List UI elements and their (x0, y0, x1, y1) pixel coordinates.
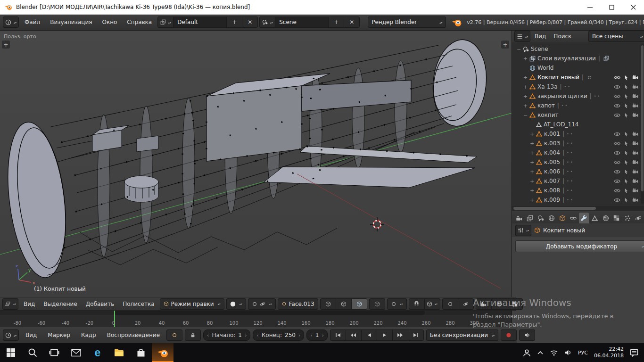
viewport-render-options-button[interactable] (507, 298, 523, 310)
renderability-camera-icon[interactable] (632, 103, 638, 108)
browse-scenes-button[interactable]: ▴▾ (259, 16, 275, 28)
blender-taskbar-icon[interactable] (152, 343, 173, 362)
expand-toggle[interactable]: + (529, 188, 535, 194)
clock[interactable]: 22:42 06.04.2018 (594, 346, 624, 359)
preview-range-toggle[interactable] (166, 329, 182, 341)
tab-constraints[interactable] (568, 213, 578, 223)
add-modifier-button[interactable]: Добавить модификатор ▴▾ (515, 240, 644, 252)
properties-shelf-toggle[interactable]: + (501, 41, 509, 49)
properties-editor-type-button[interactable]: ▴▾ (515, 225, 531, 236)
tl-menu-playback[interactable]: Воспроизведение (103, 332, 164, 338)
selectability-cursor-icon[interactable] (624, 113, 629, 118)
outliner-item-k007[interactable]: + к.007 |•• (512, 176, 644, 186)
renderability-camera-icon[interactable] (632, 160, 638, 165)
outliner-editor-type-button[interactable]: ▴▾ (514, 31, 530, 42)
search-button[interactable] (22, 343, 43, 362)
outliner-item-ha13a[interactable]: + Ха-13а |•• (512, 82, 644, 91)
add-layout-button[interactable]: + (226, 16, 242, 28)
expand-toggle[interactable]: + (529, 159, 535, 165)
outliner-item-k008[interactable]: + к.008 |•• (512, 186, 644, 195)
edge-select-button[interactable] (336, 298, 352, 310)
renderability-camera-icon[interactable] (632, 188, 638, 193)
delete-layout-button[interactable]: ✕ (242, 16, 258, 28)
scrollbar-thumb[interactable] (513, 207, 596, 210)
selectability-cursor-icon[interactable] (624, 179, 629, 184)
renderability-camera-icon[interactable] (632, 179, 638, 183)
end-frame-field[interactable]: ‹ Конец: 250 › (253, 329, 304, 341)
expand-toggle[interactable]: − (522, 112, 528, 118)
tab-modifiers[interactable] (579, 213, 589, 223)
outliner-item-k006[interactable]: + к.006 |•• (512, 167, 644, 176)
renderability-camera-icon[interactable] (632, 84, 638, 89)
outliner-menu-view[interactable]: Вид (531, 33, 549, 40)
outliner-item-at-lod-114[interactable]: AT_LOD_114 (512, 120, 644, 129)
snap-magnet-toggle[interactable] (409, 298, 425, 310)
outliner-item-k009[interactable]: + к.009 |•• (512, 195, 644, 205)
task-view-button[interactable] (43, 343, 65, 362)
volume-icon[interactable] (564, 349, 572, 356)
viewport-shading-dropdown[interactable]: ▴▾ (226, 298, 246, 310)
outliner-item-kokpit[interactable]: − кокпит (512, 110, 644, 120)
outliner-item-render-layers[interactable]: + Слои визуализации | (512, 54, 644, 63)
people-icon[interactable] (523, 349, 531, 357)
lock-frame-toggle[interactable] (185, 329, 201, 341)
minimize-button[interactable] (579, 0, 601, 14)
visibility-eye-icon[interactable] (614, 113, 620, 117)
tray-expand-chevron-icon[interactable] (537, 350, 544, 355)
tl-menu-marker[interactable]: Маркер (43, 332, 74, 338)
audio-scrubbing-toggle[interactable] (519, 329, 535, 341)
expand-toggle[interactable]: + (522, 103, 528, 109)
current-frame-field[interactable]: ‹ 1 › (306, 329, 327, 341)
outliner-item-kokpit-novyj[interactable]: + Кокпит новый | (512, 73, 644, 82)
mode-dropdown[interactable]: Режим правки ▴▾ (160, 298, 224, 310)
outliner-vertical-scrollbar[interactable] (641, 44, 644, 204)
browse-layouts-button[interactable]: ▴▾ (157, 16, 173, 28)
store-icon[interactable] (130, 343, 152, 362)
expand-toggle[interactable]: + (522, 93, 528, 99)
visibility-eye-icon[interactable] (614, 160, 620, 165)
viewport-canvas[interactable]: x y z Польз.-орто (1) Кокпит новый (0, 30, 512, 297)
visibility-eye-icon[interactable] (614, 141, 620, 146)
visibility-eye-icon[interactable] (614, 179, 620, 183)
opengl-render-anim-button[interactable] (491, 298, 507, 310)
menu-file[interactable]: Файл (20, 19, 44, 25)
renderability-camera-icon[interactable] (632, 169, 638, 174)
outliner-item-k003[interactable]: + к.003 |•• (512, 139, 644, 148)
tab-render-layers[interactable] (525, 213, 535, 223)
expand-toggle[interactable]: + (529, 197, 535, 203)
pivot-point-dropdown[interactable]: ▴▾ (248, 298, 276, 310)
face-select-button[interactable] (351, 298, 367, 310)
menu-help[interactable]: Справка (123, 19, 156, 25)
visibility-eye-icon[interactable] (614, 170, 620, 174)
add-scene-button[interactable]: + (328, 16, 344, 28)
vertex-select-button[interactable] (320, 298, 336, 310)
opengl-render-button[interactable] (476, 298, 492, 310)
tab-texture[interactable] (611, 213, 621, 223)
prev-keyframe-button[interactable] (346, 329, 362, 341)
tab-physics[interactable] (633, 213, 643, 223)
start-frame-field[interactable]: ‹ Начало: 1 › (203, 329, 250, 341)
expand-toggle[interactable]: + (522, 84, 528, 90)
outliner-item-k001[interactable]: + к.001 |•• (512, 129, 644, 139)
tab-material[interactable] (601, 213, 611, 223)
tab-object[interactable] (557, 213, 567, 223)
tab-world[interactable] (546, 213, 556, 223)
renderability-camera-icon[interactable] (632, 197, 638, 202)
outliner-item-kapot[interactable]: + капот |•• (512, 101, 644, 110)
selectability-cursor-icon[interactable] (624, 84, 629, 90)
vp-menu-view[interactable]: Вид (20, 301, 38, 307)
expand-toggle[interactable]: + (529, 140, 535, 147)
visibility-eye-icon[interactable] (614, 75, 620, 80)
jump-to-start-button[interactable] (330, 329, 346, 341)
selectability-cursor-icon[interactable] (624, 132, 629, 137)
occlude-geometry-toggle[interactable] (369, 298, 385, 310)
tab-data[interactable] (590, 213, 600, 223)
play-reverse-button[interactable] (361, 329, 377, 341)
visibility-eye-icon[interactable] (614, 104, 620, 108)
menu-render[interactable]: Визуализация (46, 19, 96, 25)
play-button[interactable] (377, 329, 393, 341)
viewport-editor-type-button[interactable]: ▴▾ (2, 298, 18, 310)
toolshelf-toggle[interactable]: + (2, 41, 10, 49)
expand-toggle[interactable]: + (529, 131, 535, 137)
edge-browser-icon[interactable]: e (87, 343, 108, 362)
